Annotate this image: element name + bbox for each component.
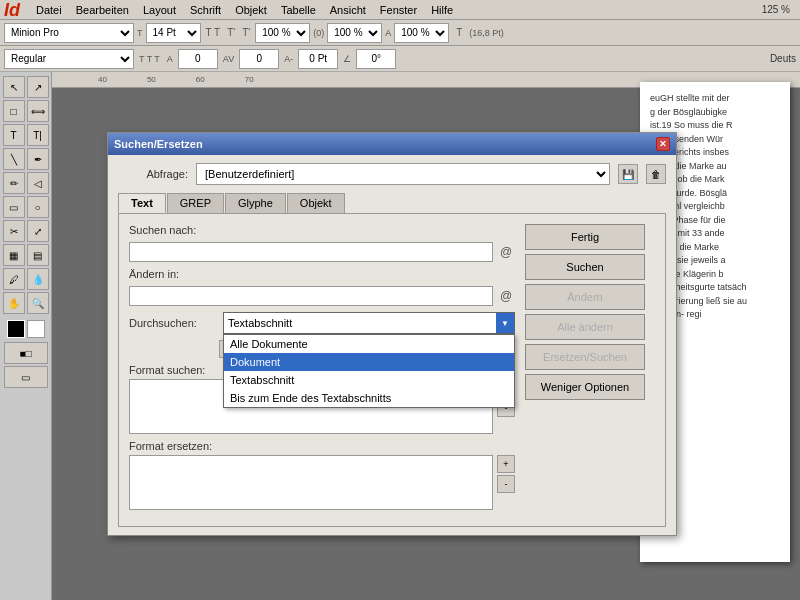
dialog-overlay: Suchen/Ersetzen ✕ Abfrage: [Benutzerdefi… xyxy=(52,72,800,600)
t-large-icon: T xyxy=(456,27,462,38)
menu-schrift[interactable]: Schrift xyxy=(184,3,227,17)
menu-hilfe[interactable]: Hilfe xyxy=(425,3,459,17)
menu-layout[interactable]: Layout xyxy=(137,3,182,17)
suchen-nach-row: Suchen nach: xyxy=(129,224,515,236)
durchsuchen-row: Durchsuchen: Textabschnitt ▼ Al xyxy=(129,312,515,334)
suchen-nach-label: Suchen nach: xyxy=(129,224,219,236)
durchsuchen-dropdown: Alle Dokumente Dokument Textabschnitt Bi… xyxy=(223,334,515,408)
suchen-special-char-button[interactable]: @ xyxy=(497,243,515,261)
scale2-select[interactable]: 100 % xyxy=(327,23,382,43)
dropdown-item-bis-zum-ende[interactable]: Bis zum Ende des Textabschnitts xyxy=(224,389,514,407)
scale-icon: (0) xyxy=(313,28,324,38)
leading-select[interactable]: 100 % xyxy=(394,23,449,43)
format-ersetzen-section: Format ersetzen: + - xyxy=(129,440,515,510)
andern-special-char-button[interactable]: @ xyxy=(497,287,515,305)
tool-eyedrop[interactable]: 💧 xyxy=(27,268,49,290)
tool-pen[interactable]: ✒ xyxy=(27,148,49,170)
canvas-area: 40 50 60 70 euGH stellte mit der g der B… xyxy=(52,72,800,600)
tool-select[interactable]: ↖ xyxy=(3,76,25,98)
background-color[interactable] xyxy=(27,320,45,338)
menu-fenster[interactable]: Fenster xyxy=(374,3,423,17)
menu-tabelle[interactable]: Tabelle xyxy=(275,3,322,17)
suchen-nach-input[interactable] xyxy=(129,242,493,262)
menu-objekt[interactable]: Objekt xyxy=(229,3,273,17)
kerning-input[interactable] xyxy=(239,49,279,69)
baseline-icon: A xyxy=(167,54,173,64)
durchsuchen-select[interactable]: Textabschnitt ▼ xyxy=(223,312,515,334)
andern-in-label: Ändern in: xyxy=(129,268,219,280)
menu-bearbeiten[interactable]: Bearbeiten xyxy=(70,3,135,17)
format-ersetzen-remove-btn[interactable]: - xyxy=(497,475,515,493)
alle-andern-button[interactable]: Alle ändern xyxy=(525,314,645,340)
menu-datei[interactable]: Datei xyxy=(30,3,68,17)
tool-page[interactable]: □ xyxy=(3,100,25,122)
two-col-layout: Suchen nach: @ Ändern in: xyxy=(129,224,655,516)
app-logo: Id xyxy=(4,1,20,19)
tab-glyph[interactable]: Glyphe xyxy=(225,193,286,213)
tool-note[interactable]: 🖊 xyxy=(3,268,25,290)
tool-scissors[interactable]: ✂ xyxy=(3,220,25,242)
scale1-select[interactable]: 100 % xyxy=(255,23,310,43)
tool-zoom[interactable]: 🔍 xyxy=(27,292,49,314)
weniger-optionen-button[interactable]: Weniger Optionen xyxy=(525,374,645,400)
tool-line[interactable]: ╲ xyxy=(3,148,25,170)
andern-in-input[interactable] xyxy=(129,286,493,306)
andern-input-row: @ xyxy=(129,286,515,306)
ersetzen-suchen-button[interactable]: Ersetzen/Suchen xyxy=(525,344,645,370)
dropdown-item-textabschnitt[interactable]: Textabschnitt xyxy=(224,371,514,389)
delete-preset-button[interactable]: 🗑 xyxy=(646,164,666,184)
tool-erase[interactable]: ◁ xyxy=(27,172,49,194)
menubar: Id Datei Bearbeiten Layout Schrift Objek… xyxy=(0,0,800,20)
tools-panel: ↖ ↗ □ ⟺ T T| ╲ ✒ ✏ ◁ ▭ ○ ✂ ⤢ ▦ ▤ xyxy=(0,72,52,600)
tool-hand[interactable]: ✋ xyxy=(3,292,25,314)
durchsuchen-arrow-icon: ▼ xyxy=(496,313,514,333)
tab-grep[interactable]: GREP xyxy=(167,193,224,213)
tab-object[interactable]: Objekt xyxy=(287,193,345,213)
view-mode-btn[interactable]: ▭ xyxy=(4,366,48,388)
baseline-input[interactable] xyxy=(178,49,218,69)
andern-button[interactable]: Ändern xyxy=(525,284,645,310)
tool-gap[interactable]: ⟺ xyxy=(27,100,49,122)
format-ersetzen-add-btn[interactable]: + xyxy=(497,455,515,473)
font-size-select[interactable]: 14 Pt xyxy=(146,23,201,43)
tool-ellipse[interactable]: ○ xyxy=(27,196,49,218)
tab-content: Suchen nach: @ Ändern in: xyxy=(118,213,666,527)
abfrage-row: Abfrage: [Benutzerdefiniert] 💾 🗑 xyxy=(118,163,666,185)
tracking-input[interactable] xyxy=(298,49,338,69)
tool-rect[interactable]: ▭ xyxy=(3,196,25,218)
dialog-close-button[interactable]: ✕ xyxy=(656,137,670,151)
size-separator: T T xyxy=(206,27,221,38)
dropdown-item-alle[interactable]: Alle Dokumente xyxy=(224,335,514,353)
tool-gradient[interactable]: ▦ xyxy=(3,244,25,266)
find-replace-dialog: Suchen/Ersetzen ✕ Abfrage: [Benutzerdefi… xyxy=(107,132,677,536)
suchen-input-row: @ xyxy=(129,242,515,262)
toolbar-1: Minion Pro T 14 Pt T T T' T' 100 % (0) 1… xyxy=(0,20,800,46)
font-style-select[interactable]: Regular xyxy=(4,49,134,69)
fill-stroke-btn[interactable]: ■□ xyxy=(4,342,48,364)
dropdown-item-dokument[interactable]: Dokument xyxy=(224,353,514,371)
tool-text2[interactable]: T| xyxy=(27,124,49,146)
fertig-button[interactable]: Fertig xyxy=(525,224,645,250)
save-preset-button[interactable]: 💾 xyxy=(618,164,638,184)
foreground-color[interactable] xyxy=(7,320,25,338)
suchen-button[interactable]: Suchen xyxy=(525,254,645,280)
style-icons: T T T xyxy=(139,54,160,64)
font-name-select[interactable]: Minion Pro xyxy=(4,23,134,43)
tool-gradient2[interactable]: ▤ xyxy=(27,244,49,266)
durchsuchen-label: Durchsuchen: xyxy=(129,317,219,329)
tool-text[interactable]: T xyxy=(3,124,25,146)
abfrage-select[interactable]: [Benutzerdefiniert] xyxy=(196,163,610,185)
tool-direct-select[interactable]: ↗ xyxy=(27,76,49,98)
angle-icon: ∠ xyxy=(343,54,351,64)
toolbar-2: Regular T T T A AV A- ∠ Deuts xyxy=(0,46,800,72)
right-col: Fertig Suchen Ändern Alle ändern Ersetze… xyxy=(525,224,655,516)
tool-pencil[interactable]: ✏ xyxy=(3,172,25,194)
left-col: Suchen nach: @ Ändern in: xyxy=(129,224,515,516)
dialog-body: Abfrage: [Benutzerdefiniert] 💾 🗑 Text GR… xyxy=(108,155,676,535)
t-icon-1: T' xyxy=(227,27,235,38)
format-ersetzen-btns: + - xyxy=(497,455,515,493)
tab-text[interactable]: Text xyxy=(118,193,166,213)
tool-free-transform[interactable]: ⤢ xyxy=(27,220,49,242)
menu-ansicht[interactable]: Ansicht xyxy=(324,3,372,17)
angle-input[interactable] xyxy=(356,49,396,69)
